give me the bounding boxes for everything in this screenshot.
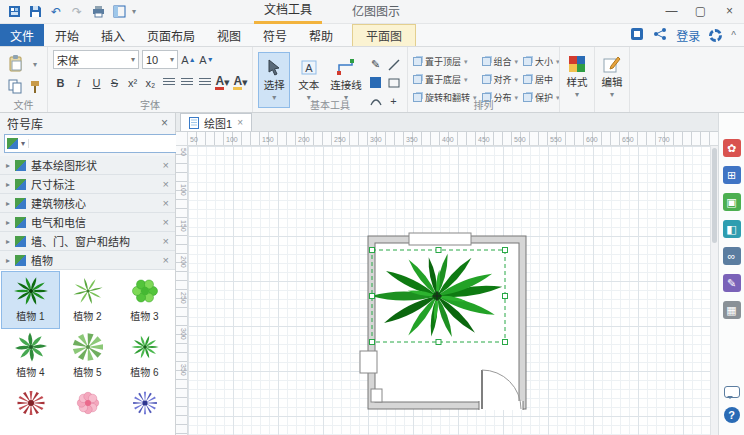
fill-color-icon[interactable] (368, 74, 383, 91)
align-right-button[interactable] (197, 74, 212, 91)
plant-item-9[interactable] (116, 384, 173, 435)
collapse-ribbon-icon[interactable]: ^ (731, 30, 736, 41)
symbol-library-icon[interactable]: ⊞ (723, 166, 741, 184)
help-icon[interactable]: ? (724, 407, 740, 423)
plant-item-4[interactable]: 植物 4 (2, 328, 59, 384)
font-size-select[interactable]: 10 ▾ (142, 50, 178, 69)
ribbon-tab[interactable]: 视图 (206, 24, 252, 46)
ribbon-tab[interactable]: 开始 (44, 24, 90, 46)
symbol-section-row[interactable]: ▸ 植物 × (0, 251, 175, 270)
minimize-button[interactable]: — (657, 0, 686, 24)
print-icon[interactable] (90, 3, 106, 20)
contextual-tool-tab[interactable]: 文档工具 (254, 0, 322, 24)
quick-access-dropdown-icon[interactable]: ▾ (132, 7, 136, 16)
strikethrough-button[interactable]: S (107, 74, 122, 91)
login-button[interactable]: 登录 (676, 27, 700, 44)
clipart-icon[interactable]: ✿ (723, 139, 741, 157)
chevron-down-icon[interactable]: ▾ (21, 139, 29, 148)
expander-icon[interactable]: ▸ (6, 180, 10, 189)
document-tab-close-icon[interactable]: × (237, 117, 243, 128)
window-layout-icon[interactable] (111, 3, 127, 20)
settings-gear-icon[interactable] (709, 29, 722, 42)
pen-tool-icon[interactable]: ✎ (368, 56, 383, 73)
maximize-button[interactable]: ▢ (686, 0, 715, 24)
ribbon-tab[interactable]: 页面布局 (136, 24, 206, 46)
window-left-shape[interactable] (360, 351, 377, 373)
section-close-icon[interactable]: × (163, 235, 169, 247)
vertical-scrollbar[interactable] (710, 146, 718, 435)
paste-icon[interactable] (8, 55, 23, 74)
ribbon-tab[interactable]: 符号 (252, 24, 298, 46)
section-close-icon[interactable]: × (163, 159, 169, 171)
comment-icon[interactable] (724, 386, 740, 398)
shrink-font-button[interactable]: A▼ (199, 51, 214, 68)
align-button[interactable]: 对齐▾ (482, 71, 519, 88)
symbol-section-row[interactable]: ▸ 墙、门、窗户和结构 × (0, 232, 175, 251)
expander-icon[interactable]: ▸ (6, 237, 10, 246)
group-button[interactable]: 组合▾ (482, 53, 519, 70)
highlight-color-button[interactable]: A▾ (233, 74, 248, 91)
font-color-button[interactable]: A▾ (215, 74, 230, 91)
symbol-section-row[interactable]: ▸ 电气和电信 × (0, 213, 175, 232)
symbol-section-row[interactable]: ▸ 基本绘图形状 × (0, 156, 175, 175)
note-icon[interactable]: ✎ (723, 274, 741, 292)
expander-icon[interactable]: ▸ (6, 218, 10, 227)
plant-item-6[interactable]: 植物 6 (116, 328, 173, 384)
plant-item-7[interactable] (2, 384, 59, 435)
fixture-shape[interactable] (371, 389, 382, 402)
copy-icon[interactable] (8, 79, 22, 96)
size-button[interactable]: 大小▾ (523, 53, 560, 70)
section-close-icon[interactable]: × (163, 197, 169, 209)
symbol-search-input[interactable] (32, 136, 174, 151)
subscript-button[interactable]: x₂ (143, 74, 158, 91)
redo-icon[interactable]: ↷ (69, 3, 85, 20)
section-close-icon[interactable]: × (163, 178, 169, 190)
plant-item-2[interactable]: 植物 2 (59, 272, 116, 328)
window-top-shape[interactable] (409, 233, 471, 245)
undo-icon[interactable]: ↶ (48, 3, 64, 20)
app-logo-icon[interactable] (6, 3, 22, 20)
document-tab[interactable]: 绘图1 × (180, 113, 252, 131)
bold-button[interactable]: B (53, 74, 68, 91)
bring-to-front-button[interactable]: 置于顶层▾ (413, 53, 477, 70)
ribbon-tab[interactable]: 帮助 (298, 24, 344, 46)
drawing-canvas[interactable] (188, 146, 710, 435)
center-button[interactable]: 居中 (523, 71, 560, 88)
underline-button[interactable]: U (89, 74, 104, 91)
close-button[interactable]: × (715, 0, 744, 24)
section-close-icon[interactable]: × (163, 216, 169, 228)
section-close-icon[interactable]: × (163, 254, 169, 266)
symbol-section-row[interactable]: ▸ 建筑物核心 × (0, 194, 175, 213)
ribbon-tab[interactable]: 插入 (90, 24, 136, 46)
font-name-select[interactable]: 宋体 ▾ (53, 50, 139, 69)
italic-button[interactable]: I (71, 74, 86, 91)
symbol-search-combo[interactable]: ▾ (4, 134, 177, 153)
send-to-back-button[interactable]: 置于底层▾ (413, 71, 477, 88)
file-menu-button[interactable]: 文件 (0, 24, 44, 46)
hyperlink-icon[interactable]: ∞ (723, 247, 741, 265)
save-icon[interactable] (27, 3, 43, 20)
align-left-button[interactable] (161, 74, 176, 91)
grow-font-button[interactable]: A▲ (181, 51, 196, 68)
plant-item-3[interactable]: 植物 3 (116, 272, 173, 328)
plant-item-5[interactable]: 植物 5 (59, 328, 116, 384)
tab-floor-plan[interactable]: 平面图 (352, 24, 416, 46)
format-panel-icon[interactable]: ◧ (723, 220, 741, 238)
scrollbar-thumb[interactable] (712, 148, 717, 243)
line-tool-icon[interactable] (386, 56, 401, 73)
expander-icon[interactable]: ▸ (6, 199, 10, 208)
style-button[interactable]: 样式 ▾ (565, 50, 589, 103)
expander-icon[interactable]: ▸ (6, 161, 10, 170)
plant-item-1[interactable]: 植物 1 (2, 272, 59, 328)
paste-dropdown-icon[interactable]: ▾ (33, 60, 37, 69)
plant-item-8[interactable] (59, 384, 116, 435)
expander-icon[interactable]: ▸ (6, 256, 10, 265)
align-center-button[interactable] (179, 74, 194, 91)
share-icon[interactable] (653, 27, 667, 43)
edit-button[interactable]: 编辑 ▾ (600, 50, 624, 103)
superscript-button[interactable]: x² (125, 74, 140, 91)
picture-icon[interactable]: ▣ (723, 193, 741, 211)
view-options-icon[interactable]: ▦ (723, 301, 741, 319)
rectangle-tool-icon[interactable] (386, 74, 401, 91)
format-painter-icon[interactable] (29, 80, 41, 96)
